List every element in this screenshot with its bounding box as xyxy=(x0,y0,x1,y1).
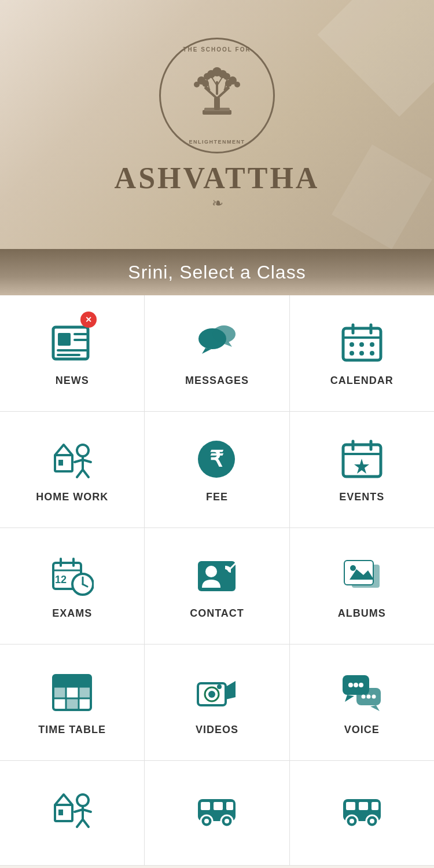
svg-line-50 xyxy=(77,470,83,477)
svg-point-116 xyxy=(204,819,209,823)
messages-label: MESSAGES xyxy=(185,375,249,387)
bus1-menu-item[interactable] xyxy=(145,761,289,865)
svg-line-107 xyxy=(83,810,91,812)
svg-point-124 xyxy=(350,819,354,823)
events-menu-item[interactable]: EVENTS xyxy=(290,412,434,528)
menu-row-2: HOME WORK ₹ FEE xyxy=(0,412,434,528)
svg-line-4 xyxy=(217,88,229,98)
svg-rect-113 xyxy=(226,802,233,810)
bus1-icon xyxy=(194,786,240,832)
logo-circle: THE SCHOOL FOR xyxy=(159,38,275,153)
homework-menu-item[interactable]: HOME WORK xyxy=(0,412,145,528)
exams-menu-item[interactable]: 12 EXAMS xyxy=(0,528,145,644)
bus2-icon xyxy=(339,786,385,832)
svg-rect-120 xyxy=(359,802,368,810)
messages-icon xyxy=(194,320,240,367)
profile-bottom-icon xyxy=(49,786,95,832)
svg-text:₹: ₹ xyxy=(209,447,224,471)
homework-label: HOME WORK xyxy=(36,491,108,503)
svg-rect-101 xyxy=(55,805,72,821)
svg-point-99 xyxy=(366,695,370,699)
voice-menu-item[interactable]: VOICE xyxy=(290,644,434,760)
homework-icon xyxy=(49,437,95,483)
calendar-icon xyxy=(339,320,385,367)
svg-point-98 xyxy=(361,695,365,699)
svg-point-21 xyxy=(194,82,200,87)
svg-rect-45 xyxy=(58,460,63,466)
tree-logo-icon xyxy=(185,64,249,127)
svg-point-38 xyxy=(359,342,364,347)
svg-line-3 xyxy=(205,88,217,98)
svg-rect-82 xyxy=(79,676,90,686)
svg-rect-84 xyxy=(79,687,90,698)
events-icon xyxy=(339,437,385,483)
calendar-label: CALENDAR xyxy=(330,375,393,387)
svg-rect-112 xyxy=(214,802,223,810)
menu-row-3: 12 EXAMS xyxy=(0,528,434,644)
svg-point-19 xyxy=(202,80,209,87)
contact-label: CONTACT xyxy=(190,607,244,620)
videos-label: VIDEOS xyxy=(196,724,238,736)
timetable-menu-item[interactable]: TIME TABLE xyxy=(0,644,145,760)
news-badge xyxy=(80,312,97,328)
svg-rect-24 xyxy=(58,333,71,346)
messages-menu-item[interactable]: MESSAGES xyxy=(145,295,289,411)
menu-grid: NEWS MESSAGES xyxy=(0,295,434,866)
contact-icon xyxy=(194,553,240,599)
contact-menu-item[interactable]: CONTACT xyxy=(145,528,289,644)
svg-line-108 xyxy=(77,819,83,827)
voice-icon xyxy=(339,669,385,716)
brand-name: ASHVATTHA xyxy=(115,161,320,195)
menu-row-1: NEWS MESSAGES xyxy=(0,295,434,412)
svg-line-48 xyxy=(75,460,83,462)
svg-point-89 xyxy=(217,684,222,689)
svg-rect-121 xyxy=(372,802,378,810)
select-class-text: Srini, Select a Class xyxy=(128,262,306,283)
svg-rect-43 xyxy=(55,455,72,471)
svg-rect-83 xyxy=(54,687,65,698)
svg-point-95 xyxy=(359,683,363,687)
albums-label: ALBUMS xyxy=(338,607,386,620)
svg-point-100 xyxy=(372,695,376,699)
albums-menu-item[interactable]: ALBUMS xyxy=(290,528,434,644)
svg-point-93 xyxy=(348,683,353,687)
timetable-label: TIME TABLE xyxy=(38,724,106,736)
svg-rect-103 xyxy=(58,810,63,815)
svg-point-20 xyxy=(225,80,232,87)
svg-marker-44 xyxy=(55,445,72,455)
exams-label: EXAMS xyxy=(52,607,92,620)
fee-label: FEE xyxy=(206,491,228,503)
svg-line-106 xyxy=(75,810,83,812)
events-label: EVENTS xyxy=(339,491,384,503)
videos-menu-item[interactable]: VIDEOS xyxy=(145,644,289,760)
svg-point-39 xyxy=(370,342,374,347)
svg-rect-111 xyxy=(201,802,210,810)
news-menu-item[interactable]: NEWS xyxy=(0,295,145,411)
decorative-element: ❧ xyxy=(212,195,222,211)
svg-point-68 xyxy=(205,566,217,577)
fee-icon: ₹ xyxy=(194,437,240,483)
profile-bottom-menu-item[interactable] xyxy=(0,761,145,865)
svg-line-51 xyxy=(83,470,89,477)
svg-point-37 xyxy=(350,342,354,347)
menu-row-5 xyxy=(0,761,434,866)
svg-marker-58 xyxy=(354,459,369,474)
svg-rect-119 xyxy=(346,802,355,810)
svg-point-104 xyxy=(77,794,89,806)
fee-menu-item[interactable]: ₹ FEE xyxy=(145,412,289,528)
svg-rect-80 xyxy=(54,676,65,686)
svg-point-41 xyxy=(359,351,364,356)
svg-point-22 xyxy=(234,82,240,87)
svg-point-125 xyxy=(370,819,374,823)
svg-point-74 xyxy=(350,565,356,571)
bus2-menu-item[interactable] xyxy=(290,761,434,865)
school-name-top: THE SCHOOL FOR xyxy=(183,46,251,53)
svg-point-42 xyxy=(370,351,374,356)
videos-icon xyxy=(194,669,240,716)
svg-rect-81 xyxy=(67,676,78,686)
calendar-menu-item[interactable]: CALENDAR xyxy=(290,295,434,411)
svg-marker-92 xyxy=(345,695,354,702)
svg-line-49 xyxy=(83,460,91,462)
timetable-icon xyxy=(49,669,95,716)
svg-marker-97 xyxy=(370,705,380,711)
